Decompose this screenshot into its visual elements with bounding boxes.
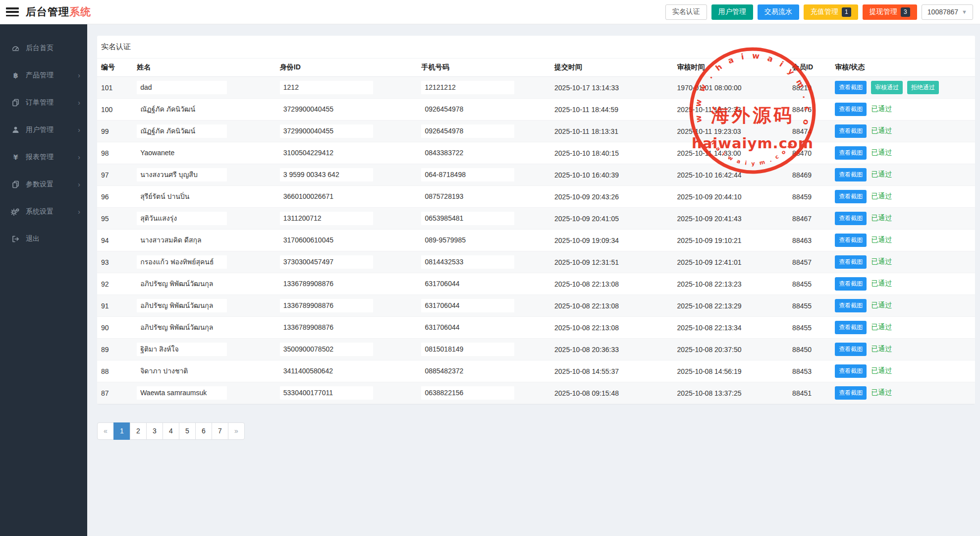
- view-screenshot-button[interactable]: 查看截图: [835, 299, 867, 312]
- view-screenshot-button[interactable]: 查看截图: [835, 124, 867, 138]
- svg-text:¥: ¥: [13, 153, 18, 161]
- name-field[interactable]: กรองแก้ว ฟองทิพย์สุคนธ์: [137, 255, 227, 269]
- name-field[interactable]: ณัฏฐ์ภัค ภัคนิวัฒน์: [137, 103, 227, 116]
- phone-field[interactable]: 0814432533: [421, 255, 514, 269]
- nav-button-realname-auth[interactable]: 实名认证: [665, 4, 707, 20]
- id-card-field[interactable]: 3730300457497: [280, 255, 373, 269]
- name-field[interactable]: นางสงวนศรี บุญสืบ: [137, 168, 227, 181]
- view-screenshot-button[interactable]: 查看截图: [835, 234, 867, 247]
- id-card-field[interactable]: 3729900040455: [280, 103, 373, 116]
- phone-field[interactable]: 0653985481: [421, 212, 514, 225]
- sidebar-item-system-settings[interactable]: 系统设置 ›: [0, 198, 87, 225]
- pagination-page-6-link[interactable]: 6: [195, 422, 212, 440]
- review-time: 2025-10-09 20:41:43: [673, 208, 789, 230]
- phone-field[interactable]: 631706044: [421, 321, 514, 334]
- view-screenshot-button[interactable]: 查看截图: [835, 212, 867, 225]
- approve-button[interactable]: 审核通过: [871, 81, 903, 94]
- id-card-field[interactable]: 3411400580642: [280, 364, 373, 378]
- sidebar-item-dashboard[interactable]: 后台首页 ›: [0, 34, 87, 61]
- id-card-field[interactable]: 3170600610045: [280, 234, 373, 247]
- id-card-field[interactable]: 1336789908876: [280, 277, 373, 291]
- name-field[interactable]: อภิปรัชญ พิพัฒน์วัฒนกุล: [137, 299, 227, 312]
- view-screenshot-button[interactable]: 查看截图: [835, 190, 867, 203]
- pagination-page-2-link[interactable]: 2: [130, 422, 147, 440]
- phone-field[interactable]: 0926454978: [421, 103, 514, 116]
- pagination-page-1-link[interactable]: 1: [113, 422, 130, 440]
- pagination-page-4-link[interactable]: 4: [163, 422, 179, 440]
- view-screenshot-button[interactable]: 查看截图: [835, 146, 867, 160]
- id-card-field[interactable]: 5330400177011: [280, 386, 373, 400]
- pagination-prev-link[interactable]: «: [97, 422, 114, 440]
- nav-button-recharge-management[interactable]: 充值管理 1: [804, 4, 858, 20]
- phone-field[interactable]: 089-9579985: [421, 234, 514, 247]
- id-card-field[interactable]: 1212: [280, 81, 373, 94]
- phone-field[interactable]: 0926454978: [421, 124, 514, 138]
- id-card-field[interactable]: 1311200712: [280, 212, 373, 225]
- phone-field[interactable]: 0875728193: [421, 190, 514, 203]
- view-screenshot-button[interactable]: 查看截图: [835, 103, 867, 116]
- member-id: 88453: [788, 360, 831, 382]
- row-no: 101: [97, 77, 133, 99]
- user-menu-button[interactable]: 10087867 ▼: [922, 4, 973, 20]
- phone-field[interactable]: 0843383722: [421, 146, 514, 160]
- name-field[interactable]: สุรีย์รัตน์ ปานปิ่น: [137, 190, 227, 203]
- name-field[interactable]: dad: [137, 81, 227, 94]
- name-field[interactable]: ฐิติมา สิงห์ใจ: [137, 343, 227, 356]
- chevron-right-icon: ›: [78, 71, 80, 79]
- view-screenshot-button[interactable]: 查看截图: [835, 168, 867, 181]
- phone-field[interactable]: 0638822156: [421, 386, 514, 400]
- sidebar-item-users[interactable]: 用户管理 ›: [0, 116, 87, 143]
- pagination-next-link[interactable]: »: [228, 422, 245, 440]
- sidebar-item-orders[interactable]: 订单管理 ›: [0, 89, 87, 116]
- row-no: 90: [97, 317, 133, 339]
- submit-time: 2025-10-09 19:09:34: [550, 230, 673, 251]
- pagination-page-5-link[interactable]: 5: [179, 422, 196, 440]
- phone-field[interactable]: 631706044: [421, 299, 514, 312]
- name-field[interactable]: อภิปรัชญ พิพัฒน์วัฒนกุล: [137, 321, 227, 334]
- nav-button-withdraw-management[interactable]: 提现管理 3: [863, 4, 917, 20]
- nav-button-user-management[interactable]: 用户管理: [711, 4, 753, 20]
- name-field[interactable]: อภิปรัชญ พิพัฒน์วัฒนกุล: [137, 277, 227, 291]
- pagination-page-7-link[interactable]: 7: [212, 422, 228, 440]
- pagination-page-7: 7: [212, 422, 228, 440]
- phone-field[interactable]: 12121212: [421, 81, 514, 94]
- sidebar-item-products[interactable]: ฿ 产品管理 ›: [0, 61, 87, 89]
- phone-field[interactable]: 0885482372: [421, 364, 514, 378]
- view-screenshot-button[interactable]: 查看截图: [835, 343, 867, 356]
- reject-button[interactable]: 拒绝通过: [907, 81, 939, 94]
- id-card-field[interactable]: 1336789908876: [280, 321, 373, 334]
- sidebar-item-reports[interactable]: ¥ 报表管理 ›: [0, 143, 87, 171]
- bitcoin-icon: ฿: [10, 71, 20, 79]
- name-field[interactable]: Waewta samraumsuk: [137, 386, 227, 400]
- menu-toggle-icon[interactable]: [6, 7, 19, 16]
- phone-field[interactable]: 064-8718498: [421, 168, 514, 181]
- sidebar-item-logout[interactable]: 退出 ›: [0, 225, 87, 252]
- id-card-field[interactable]: 3660100026671: [280, 190, 373, 203]
- name-field[interactable]: สุติวันแสงรุ่ง: [137, 212, 227, 225]
- view-screenshot-button[interactable]: 查看截图: [835, 277, 867, 291]
- settings-icon: [10, 208, 20, 216]
- view-screenshot-button[interactable]: 查看截图: [835, 81, 867, 94]
- passed-status: 已通过: [871, 366, 892, 374]
- view-screenshot-button[interactable]: 查看截图: [835, 386, 867, 400]
- phone-field[interactable]: 0815018149: [421, 343, 514, 356]
- nav-button-transaction-flow[interactable]: 交易流水: [758, 4, 799, 20]
- review-time: 2025-10-10 16:42:44: [673, 164, 789, 186]
- phone-field[interactable]: 631706044: [421, 277, 514, 291]
- sidebar-item-parameters[interactable]: 参数设置 ›: [0, 171, 87, 198]
- name-field[interactable]: จิดาภา ปางชาติ: [137, 364, 227, 378]
- id-card-field[interactable]: 3729900040455: [280, 124, 373, 138]
- name-field[interactable]: นางสาวสมคิด ดีสกุล: [137, 234, 227, 247]
- member-id: 88467: [788, 208, 831, 230]
- page-title: 实名认证: [101, 42, 131, 51]
- view-screenshot-button[interactable]: 查看截图: [835, 321, 867, 334]
- id-card-field[interactable]: 3500900078502: [280, 343, 373, 356]
- name-field[interactable]: ณัฏฐ์ภัค ภัคนิวัฒน์: [137, 124, 227, 138]
- id-card-field[interactable]: 1336789908876: [280, 299, 373, 312]
- view-screenshot-button[interactable]: 查看截图: [835, 255, 867, 269]
- view-screenshot-button[interactable]: 查看截图: [835, 364, 867, 378]
- id-card-field[interactable]: 3 9599 00343 642: [280, 168, 373, 181]
- id-card-field[interactable]: 3100504229412: [280, 146, 373, 160]
- name-field[interactable]: Yaowanete: [137, 146, 227, 160]
- pagination-page-3-link[interactable]: 3: [146, 422, 163, 440]
